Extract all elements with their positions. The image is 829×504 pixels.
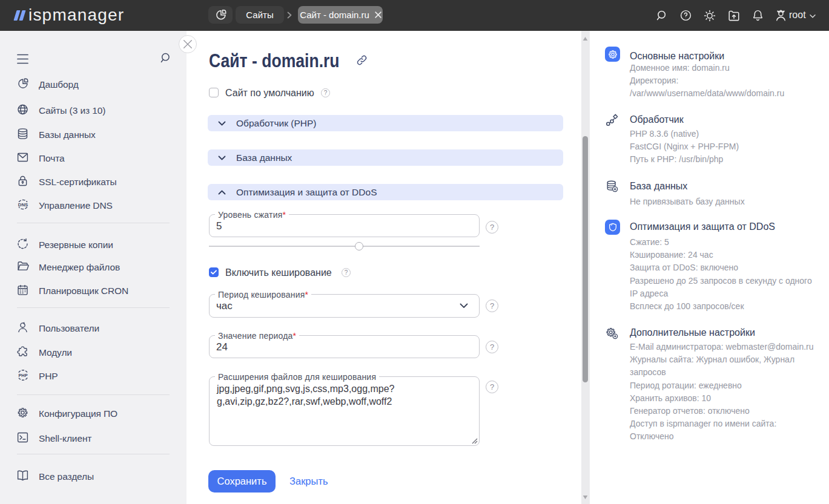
svg-text:PHP: PHP [18, 373, 27, 378]
svg-text:DNS: DNS [18, 201, 28, 207]
